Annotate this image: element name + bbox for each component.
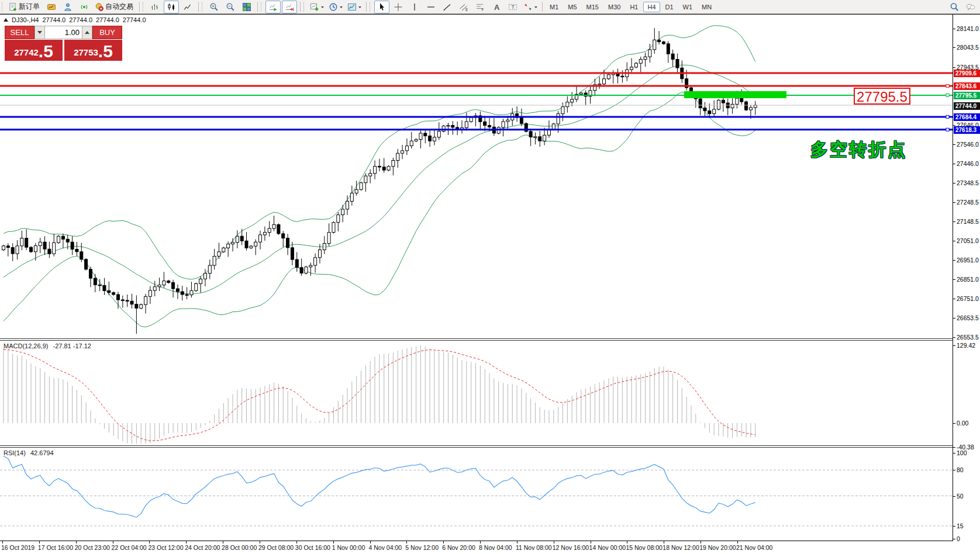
auto-scroll-button[interactable] [265,1,281,13]
time-tick-label: 28 Oct 00:00 [222,544,257,551]
new-order-button[interactable]: 新订单 [6,1,43,13]
timeframe-w1[interactable]: W1 [679,2,697,12]
horizontal-line-tool[interactable] [423,1,439,13]
sell-price-button[interactable]: 27742.5 [5,40,63,61]
zoom-out-button[interactable] [223,1,238,13]
trendline-tool[interactable] [440,1,455,13]
doc-new-icon [8,2,18,12]
axis-tick-label: 27348.5 [957,179,979,186]
profile-button[interactable] [60,1,75,13]
line-chart-button[interactable] [180,1,195,13]
price-axis[interactable]: 28141.028043.527943.527646.027546.027446… [953,14,980,541]
chart-symbol-label: DJ30-,H4 [12,16,39,23]
time-tick-label: 1 Nov 00:00 [332,544,365,551]
time-tick-label: 5 Nov 12:00 [405,544,439,551]
turning-point-annotation[interactable]: 多空转折点 [810,138,907,162]
axis-tick-mark [953,453,955,453]
new-chart-button[interactable] [308,1,326,13]
crosshair-tool[interactable] [391,1,406,13]
search-icon[interactable] [947,1,962,13]
axis-tick-label: 50 [957,493,964,500]
candlestick-chart-button[interactable] [164,1,179,13]
arrows-tool[interactable] [522,1,539,13]
chat-icon [966,2,976,12]
chart-candles-icon [167,2,177,12]
chart-ohlc-header: DJ30-,H4 27744.0 27744.0 27744.0 27744.0 [4,16,150,23]
toolbar-separator [542,2,543,12]
time-tick-label: 18 Nov 12:00 [662,544,699,551]
dropdown-caret-icon [534,3,538,11]
channel-tool[interactable]: E [456,1,471,13]
time-tick-label: 17 Oct 16:00 [38,544,73,551]
text-a-icon: A [492,2,502,12]
axis-tick-label: 27148.5 [957,218,979,225]
time-tick-mark [149,541,150,543]
time-tick-mark [186,541,187,543]
chart-shift-button[interactable] [282,1,297,13]
axis-tick-mark [953,67,955,68]
volume-control [34,26,92,39]
fibonacci-tool[interactable]: F [472,1,488,13]
zoom-in-button[interactable] [206,1,222,13]
ohlc-open: 27744.0 [42,16,65,23]
volume-decrease-button[interactable] [34,26,45,39]
bar-chart-button[interactable] [147,1,163,13]
time-tick-label: 16 Oct 2019 [1,544,34,551]
macd-canvas[interactable] [0,341,953,445]
time-tick-mark [370,541,371,543]
rsi-canvas[interactable] [0,448,953,541]
arrows-icon [523,2,533,12]
ohlc-close: 27744.0 [123,16,146,23]
axis-tick-label: 0.00 [957,420,968,427]
auto-trading-button[interactable]: 自动交易 [93,1,136,13]
price-callout-label[interactable]: 27795.5 [854,88,910,105]
axis-tick-label: 100 [957,449,967,456]
timeframe-m1[interactable]: M1 [546,2,563,12]
templates-button[interactable] [346,1,363,13]
tile-windows-button[interactable] [239,1,254,13]
axis-tick-label: 27446.0 [957,160,979,167]
buy-price-button[interactable]: 27753.5 [64,40,122,61]
rsi-name: RSI(14) [4,449,26,456]
label-tool[interactable]: T [505,1,520,13]
sell-price-int: 27742 [14,46,39,60]
chat-icon[interactable] [963,1,978,13]
sell-button[interactable]: SELL [5,26,34,39]
time-tick-mark [333,541,334,543]
timeframe-m15[interactable]: M15 [582,2,603,12]
main-toolbar: 新订单自动交易EFATM1M5M15M30H1H4D1W1MN [0,0,980,14]
price-line-label: 27744.0 [954,102,980,110]
timeframe-h1[interactable]: H1 [626,2,642,12]
timeframe-m30[interactable]: M30 [604,2,624,12]
ohlc-low: 27744.0 [96,16,119,23]
rsi-label: RSI(14) 42.6794 [4,449,54,456]
cursor-tool[interactable] [374,1,389,13]
volume-increase-button[interactable] [82,26,92,39]
timeframe-h4[interactable]: H4 [643,2,660,12]
market-watch-button[interactable] [44,1,59,13]
candlestick-canvas[interactable] [0,15,953,338]
svg-text:T: T [512,4,515,10]
gold-chart-icon [47,2,57,12]
toolbar-grip [202,2,204,12]
toolbar-separator [300,2,301,12]
buy-button[interactable]: BUY [92,26,122,39]
collapse-icon[interactable] [4,18,8,22]
template-chart-icon [347,2,357,12]
volume-input[interactable] [45,26,82,39]
timeframe-d1[interactable]: D1 [661,2,678,12]
vertical-line-tool[interactable] [407,1,422,13]
axis-tick-label: 27051.0 [957,237,979,244]
timeframe-m5[interactable]: M5 [564,2,581,12]
signal-button[interactable] [77,1,92,13]
axis-tick-label: 26951.0 [957,257,979,264]
timeframe-mn[interactable]: MN [698,2,716,12]
main-chart-panel: DJ30-,H4 27744.0 27744.0 27744.0 27744.0… [0,14,953,339]
periods-button[interactable] [327,1,344,13]
text-tool[interactable]: A [489,1,504,13]
highlight-bar-object[interactable] [684,91,786,98]
time-axis[interactable]: 16 Oct 201917 Oct 16:0020 Oct 23:0022 Oc… [0,541,953,554]
zoom-out-icon [226,2,236,12]
axis-tick-label: 15 [957,522,964,529]
time-tick-mark [406,541,407,543]
